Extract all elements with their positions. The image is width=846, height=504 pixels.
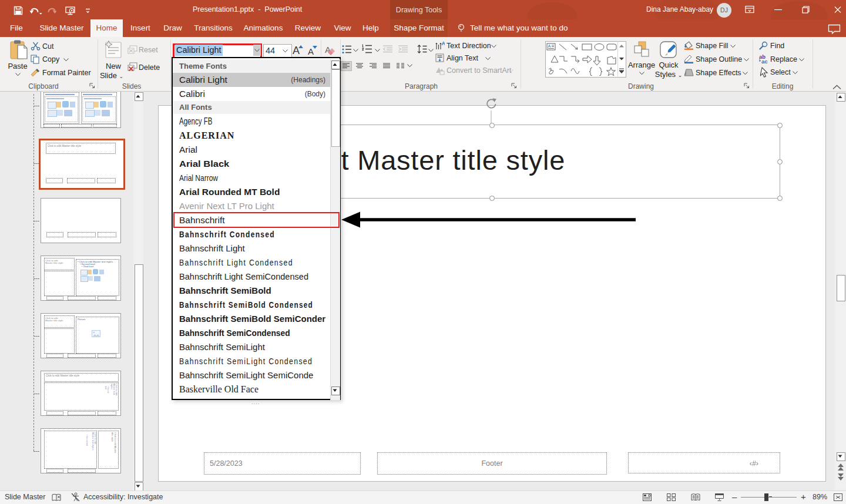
svg-text:A: A: [548, 43, 551, 49]
svg-text:A: A: [442, 41, 445, 46]
svg-text:ac: ac: [761, 58, 768, 64]
